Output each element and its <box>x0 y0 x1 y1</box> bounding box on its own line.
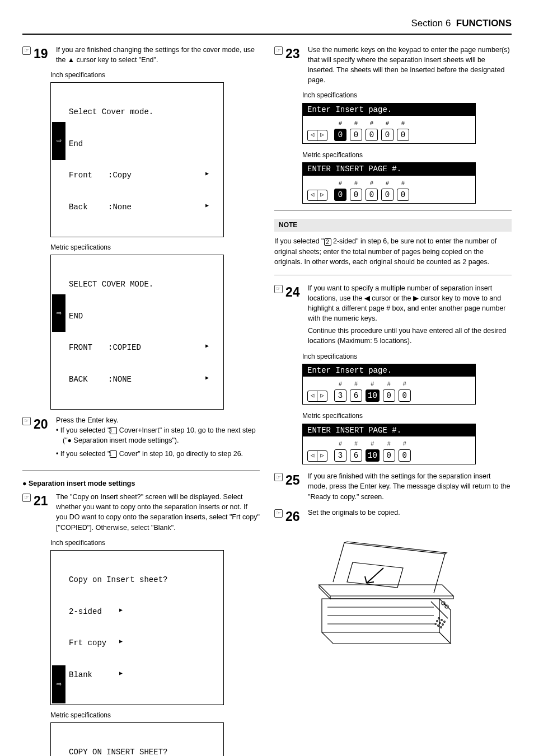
note-heading: NOTE <box>274 219 512 232</box>
lcd-title: COPY ON INSERT SHEET? <box>69 747 219 756</box>
hand-icon: ☞ <box>22 46 31 55</box>
step-number: 23 <box>285 45 300 63</box>
step-20: ☞ 20 Press the Enter key. If you selecte… <box>22 415 260 465</box>
step-23: ☞ 23 Use the numeric keys on the keypad … <box>274 45 512 86</box>
bullet-item: If you selected "3 Cover+Insert" in step… <box>56 425 260 445</box>
lcd-cover-metric: ⇨ SELECT COVER MODE. END FRONT:COPIED▶ B… <box>50 255 224 409</box>
digit-value: 0 <box>399 449 411 462</box>
hand-icon: ☞ <box>274 509 283 518</box>
step-number: 21 <box>34 492 48 510</box>
step-text: If you are finished with the settings fo… <box>308 471 512 501</box>
note-text: If you selected "2 2-sided" in step 6, b… <box>274 236 512 266</box>
lcd-title: Enter Insert page. <box>303 364 475 377</box>
step-number: 26 <box>285 508 300 526</box>
digit-value: 6 <box>350 449 362 462</box>
lcd-insert-inch: ⇨ Copy on Insert sheet? 2-sided▶ Frt cop… <box>50 550 224 705</box>
digit-value: 3 <box>334 449 346 462</box>
nav-arrows-icon: ◁▷ <box>307 190 327 201</box>
svg-point-2 <box>438 618 440 619</box>
left-column: ☞ 19 If you are finished changing the se… <box>22 45 260 756</box>
lcd-title: Copy on Insert sheet? <box>69 575 219 585</box>
step-text: Use the numeric keys on the keypad to en… <box>308 45 512 86</box>
step-25: ☞ 25 If you are finished with the settin… <box>274 471 512 501</box>
hand-icon: ☞ <box>274 46 283 55</box>
lcd-cover-inch: ⇨ Select Cover mode. End Front:Copy▶ Bac… <box>50 82 224 237</box>
pointer-icon: ⇨ <box>52 122 65 160</box>
keycap-icon: 3 <box>110 427 117 434</box>
step-19: ☞ 19 If you are finished changing the se… <box>22 45 260 65</box>
metric-spec-label: Metric specifications <box>50 243 260 252</box>
lcd-title: Select Cover mode. <box>69 107 219 118</box>
digit-value: 0 <box>383 389 395 402</box>
inch-spec-label: Inch specifications <box>302 352 512 361</box>
svg-point-7 <box>442 624 444 626</box>
lcd-title: Enter Insert page. <box>303 104 475 116</box>
digit-value: 0 <box>350 129 362 141</box>
hand-icon: ☞ <box>22 494 31 502</box>
hand-icon: ☞ <box>274 285 283 293</box>
digit-value: 6 <box>350 389 362 402</box>
digit-value: 0 <box>399 389 411 402</box>
digit-value: 3 <box>334 389 346 402</box>
step-21: ☞ 21 The "Copy on Insert sheet?" screen … <box>22 492 260 533</box>
nav-arrows-icon: ◁▷ <box>307 450 327 462</box>
page-header: Section 6 FUNCTIONS <box>22 17 512 35</box>
digit-value: 0 <box>334 129 346 141</box>
digit-value: 0 <box>366 129 378 141</box>
svg-point-6 <box>439 622 441 624</box>
metric-spec-label: Metric specifications <box>302 151 512 160</box>
right-column: ☞ 23 Use the numeric keys on the keypad … <box>274 45 512 756</box>
step-number: 20 <box>34 415 48 434</box>
step-number: 24 <box>285 283 300 302</box>
digit-value: 0 <box>350 189 362 201</box>
copier-illustration <box>302 532 512 652</box>
svg-point-5 <box>437 621 438 622</box>
digit-value: 0 <box>381 129 394 141</box>
lcd-title: ENTER INSERT PAGE #. <box>303 424 475 436</box>
svg-point-1 <box>445 605 448 608</box>
digit-value: 0 <box>383 449 395 462</box>
step-text: Set the originals to be copied. <box>308 508 512 518</box>
step-number: 19 <box>34 45 48 63</box>
nav-arrows-icon: ◁▷ <box>307 130 327 141</box>
keycap-icon: 1 <box>110 450 117 458</box>
section-heading: Separation insert mode settings <box>22 478 260 489</box>
svg-point-3 <box>441 619 443 621</box>
step-text: Press the Enter key. <box>56 415 260 425</box>
digit-value: 10 <box>366 449 380 462</box>
pointer-icon: ⇨ <box>52 665 65 703</box>
step-number: 25 <box>285 471 300 490</box>
step-text: The "Copy on Insert sheet?" screen will … <box>56 492 260 533</box>
header-title: FUNCTIONS <box>456 18 512 29</box>
step-text: If you want to specify a multiple number… <box>308 283 512 346</box>
hand-icon: ☞ <box>274 473 283 481</box>
inch-spec-label: Inch specifications <box>50 71 260 80</box>
svg-point-8 <box>435 623 437 625</box>
keycap-icon: 2 <box>324 238 331 246</box>
svg-point-10 <box>441 627 442 628</box>
lcd-title: SELECT COVER MODE. <box>69 279 219 290</box>
svg-point-0 <box>442 602 445 605</box>
lcd-page-metric: ENTER INSERT PAGE #. ◁▷ #0 #0 #0 #0 #0 <box>302 162 476 204</box>
svg-point-4 <box>444 621 446 623</box>
metric-spec-label: Metric specifications <box>302 411 512 421</box>
lcd-page-metric-2: ENTER INSERT PAGE #. ◁▷ #3 #6 #10 #0 #0 <box>302 424 476 465</box>
inch-spec-label: Inch specifications <box>302 91 512 100</box>
header-section: Section 6 <box>411 18 451 29</box>
digit-value: 0 <box>397 189 409 201</box>
bullet-item: If you selected "1 Cover" in step 10, go… <box>56 449 260 459</box>
digit-value: 0 <box>334 189 346 201</box>
svg-point-9 <box>438 625 439 627</box>
digit-value: 10 <box>366 389 380 402</box>
digit-value: 0 <box>397 129 409 141</box>
digit-value: 0 <box>381 189 394 201</box>
digit-value: 0 <box>366 189 378 201</box>
inch-spec-label: Inch specifications <box>50 538 260 548</box>
lcd-insert-metric: ⇨ COPY ON INSERT SHEET? DUPLEX▶ COPIED▶ … <box>50 722 224 756</box>
step-24: ☞ 24 If you want to specify a multiple n… <box>274 283 512 346</box>
metric-spec-label: Metric specifications <box>50 711 260 720</box>
step-text: If you are finished changing the setting… <box>56 45 260 65</box>
hand-icon: ☞ <box>22 417 31 425</box>
step-26: ☞ 26 Set the originals to be copied. <box>274 508 512 526</box>
nav-arrows-icon: ◁▷ <box>307 391 327 402</box>
